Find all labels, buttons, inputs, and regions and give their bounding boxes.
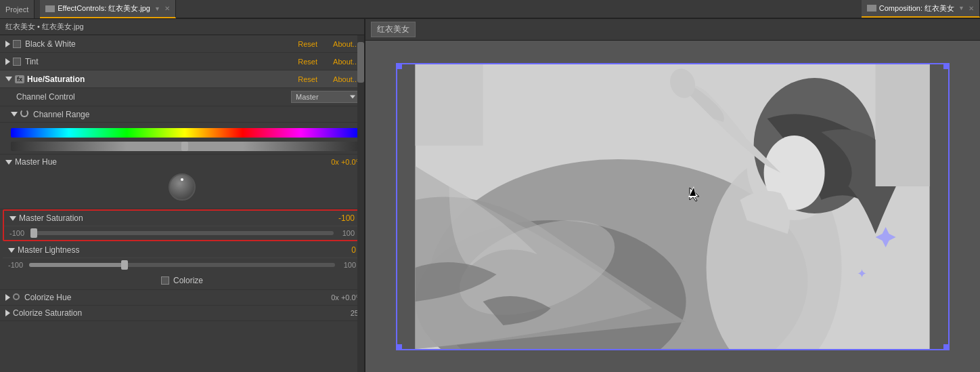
composition-header: 红衣美女	[365, 19, 980, 41]
black-white-row[interactable]: Black & White Reset About...	[0, 35, 364, 53]
black-white-about[interactable]: About...	[328, 40, 359, 48]
effect-list: Black & White Reset About... Tint Reset …	[0, 35, 364, 372]
color-spectrum-bar	[11, 128, 359, 138]
composition-image-frame: ✦	[396, 63, 949, 350]
expand-triangle-tint[interactable]	[5, 58, 10, 65]
black-white-reset[interactable]: Reset	[290, 40, 317, 48]
master-lightness-section: Master Lightness 0 -100 100	[0, 243, 364, 272]
master-saturation-header: Master Saturation -100	[4, 211, 360, 226]
main-content: 红衣美女 • 红衣美女.jpg Black & White Reset Abou…	[0, 19, 980, 372]
master-saturation-label: Master Saturation	[19, 213, 338, 223]
channel-range-label: Channel Range	[33, 110, 359, 119]
tab-close-icon[interactable]: ✕	[164, 5, 170, 12]
saturation-slider-track[interactable]	[30, 231, 334, 235]
channel-control-value[interactable]: Master	[291, 91, 359, 103]
channel-range-expand[interactable]	[11, 112, 18, 117]
channel-control-dropdown-value: Master	[296, 93, 319, 101]
master-hue-section: Master Hue 0x +0.0°	[0, 154, 364, 209]
master-saturation-value[interactable]: -100	[338, 213, 355, 223]
master-hue-value[interactable]: 0x +0.0°	[331, 158, 359, 166]
channel-range-area	[0, 123, 364, 154]
comp-film-icon	[867, 5, 876, 12]
channel-control-label: Channel Control	[16, 92, 291, 102]
lightness-slider-fill	[29, 263, 121, 267]
lightness-slider-row: -100 100	[3, 258, 361, 272]
colorize-checkbox[interactable]	[161, 276, 169, 285]
lightness-max-label: 100	[339, 261, 356, 269]
saturation-slider-row: -100 100	[4, 226, 360, 240]
tab-project[interactable]: Project	[0, 0, 35, 18]
master-saturation-expand[interactable]	[9, 216, 16, 221]
colorize-hue-label: Colorize Hue	[24, 293, 331, 302]
comp-tab-menu-icon[interactable]: ▼	[958, 5, 964, 12]
tint-reset[interactable]: Reset	[290, 58, 317, 66]
channel-control-row: Channel Control Master	[0, 88, 364, 106]
gray-bar-thumb[interactable]	[181, 142, 188, 151]
svg-rect-9	[876, 64, 930, 186]
selection-corner-br[interactable]	[943, 344, 949, 350]
tab-composition[interactable]: Composition: 红衣美女 ▼ ✕	[862, 0, 980, 18]
channel-range-rotate-icon	[20, 109, 30, 119]
colorize-hue-rotate-icon	[13, 293, 22, 302]
tab-menu-icon[interactable]: ▼	[154, 5, 160, 12]
colorize-saturation-label: Colorize Saturation	[13, 308, 351, 318]
effect-tab-label: EffectControls: 红衣美女.jpg	[58, 3, 150, 14]
scrollbar-thumb[interactable]	[357, 42, 364, 83]
channel-range-header[interactable]: Channel Range	[0, 106, 364, 123]
master-hue-knob[interactable]	[169, 173, 196, 201]
composition-name-label: 红衣美女	[371, 22, 416, 37]
master-lightness-label: Master Lightness	[18, 245, 351, 255]
hs-reset[interactable]: Reset	[290, 75, 317, 83]
woman-composition-image	[397, 64, 948, 349]
master-hue-expand[interactable]	[5, 160, 12, 165]
selection-corner-tr[interactable]	[943, 64, 949, 69]
selection-corner-bl[interactable]	[397, 344, 402, 350]
hs-about[interactable]: About...	[328, 75, 359, 83]
master-lightness-header: Master Lightness 0	[3, 243, 361, 258]
knob-indicator-dot	[181, 178, 183, 181]
expand-triangle-hs[interactable]	[5, 77, 12, 81]
black-white-checkbox[interactable]	[13, 40, 21, 48]
sparkle-decoration: ✦	[857, 266, 867, 281]
comp-tab-close-icon[interactable]: ✕	[968, 5, 974, 12]
master-lightness-expand[interactable]	[8, 248, 15, 253]
top-tab-bar: Project EffectControls: 红衣美女.jpg ▼ ✕ Com…	[0, 0, 980, 19]
lightness-slider-thumb[interactable]	[121, 260, 128, 270]
master-saturation-section: Master Saturation -100 -100 100	[3, 209, 361, 241]
colorize-label: Colorize	[173, 276, 203, 285]
selection-corner-tl[interactable]	[397, 64, 402, 69]
saturation-max-label: 100	[338, 229, 355, 237]
composition-panel: 红衣美女	[365, 19, 980, 372]
tint-checkbox[interactable]	[13, 58, 21, 66]
colorize-hue-value[interactable]: 0x +0.0°	[331, 293, 359, 302]
gray-range-bar[interactable]	[11, 142, 359, 151]
saturation-slider-thumb[interactable]	[30, 228, 37, 238]
panel-scrollbar[interactable]	[357, 35, 364, 372]
expand-triangle-bw[interactable]	[5, 41, 10, 47]
composition-viewport: ✦	[365, 41, 980, 372]
project-tab-label: Project	[5, 5, 28, 14]
tint-row[interactable]: Tint Reset About...	[0, 53, 364, 70]
hue-saturation-label: Hue/Saturation	[27, 75, 290, 84]
lightness-min-label: -100	[8, 261, 25, 269]
tint-about[interactable]: About...	[328, 58, 359, 66]
colorize-hue-row: Colorize Hue 0x +0.0°	[0, 290, 364, 306]
master-lightness-value[interactable]: 0	[351, 245, 356, 255]
channel-control-dropdown[interactable]: Master	[291, 91, 359, 103]
tab-effect-controls[interactable]: EffectControls: 红衣美女.jpg ▼ ✕	[40, 0, 176, 18]
tint-label: Tint	[25, 57, 290, 66]
film-icon	[45, 5, 55, 12]
saturation-min-label: -100	[9, 229, 26, 237]
colorize-sat-expand[interactable]	[5, 310, 10, 316]
hue-saturation-row[interactable]: fx Hue/Saturation Reset About...	[0, 70, 364, 88]
knob-container	[5, 171, 359, 206]
colorize-hue-expand[interactable]	[5, 294, 10, 301]
breadcrumb-text: 红衣美女 • 红衣美女.jpg	[5, 22, 84, 30]
black-white-label: Black & White	[25, 39, 290, 49]
fx-badge: fx	[15, 75, 24, 83]
master-hue-header: Master Hue 0x +0.0°	[5, 157, 359, 167]
master-hue-label: Master Hue	[15, 157, 331, 167]
lightness-slider-track[interactable]	[29, 263, 335, 267]
effect-controls-panel: 红衣美女 • 红衣美女.jpg Black & White Reset Abou…	[0, 19, 365, 372]
dropdown-arrow-icon	[350, 96, 355, 99]
